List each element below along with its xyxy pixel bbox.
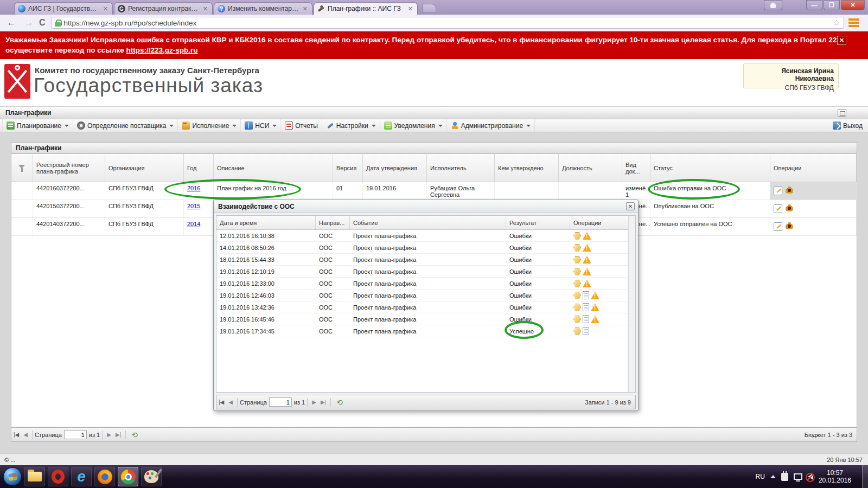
doc-icon[interactable] <box>583 327 589 335</box>
menu-hamburger-icon[interactable] <box>848 18 859 27</box>
page-last-icon[interactable]: ▶| <box>116 432 121 438</box>
page-first-icon[interactable]: |◀ <box>14 432 19 438</box>
table-row[interactable]: 12.01.2016 16:10:38 ООС Проект плана-гра… <box>216 230 635 242</box>
doc-edit-icon[interactable] <box>774 187 782 195</box>
banner-close-icon[interactable]: ✕ <box>837 36 846 45</box>
cube-icon[interactable] <box>573 280 581 287</box>
tab-close-icon[interactable]: ✕ <box>407 5 414 12</box>
refresh-grid-icon[interactable]: ⟲ <box>131 431 138 439</box>
taskbar-opera[interactable] <box>48 467 68 486</box>
refresh-icon[interactable]: C <box>39 18 46 28</box>
doc-edit-icon[interactable] <box>774 204 782 213</box>
power-plug-icon[interactable] <box>781 473 788 481</box>
dialog-title-bar[interactable]: Взаимодействие с ООС ✕ <box>214 200 638 213</box>
column-header[interactable]: Должность <box>559 154 622 182</box>
menu-administration[interactable]: Администрирование <box>447 119 535 132</box>
tab-close-icon[interactable]: ✕ <box>202 5 209 12</box>
banner-link[interactable]: https://223.gz-spb.ru <box>126 46 197 54</box>
eagle-icon[interactable] <box>785 222 794 231</box>
cube-icon[interactable] <box>573 304 581 311</box>
table-row[interactable]: 19.01.2016 17:34:45 ООС Проект плана-гра… <box>216 325 635 337</box>
cube-icon[interactable] <box>573 268 581 275</box>
bookmark-star-icon[interactable]: ☆ <box>833 18 840 28</box>
menu-planning[interactable]: Планирование <box>2 119 73 132</box>
tab-close-icon[interactable]: ✕ <box>302 5 309 12</box>
start-button[interactable] <box>3 467 22 486</box>
page-input[interactable] <box>269 397 292 407</box>
warning-icon[interactable] <box>591 292 599 299</box>
warning-icon[interactable] <box>583 268 591 275</box>
column-header[interactable]: Реестровый номер плана-графика <box>33 154 105 182</box>
menu-reports[interactable]: Отчеты <box>281 119 322 132</box>
tab-close-icon[interactable]: ✕ <box>102 5 109 12</box>
table-row[interactable]: 19.01.2016 12:33:00 ООС Проект плана-гра… <box>216 278 635 290</box>
page-input[interactable] <box>64 430 87 439</box>
table-row[interactable]: 19.01.2016 13:42:36 ООС Проект плана-гра… <box>216 301 635 313</box>
cube-icon[interactable] <box>573 316 581 323</box>
column-header[interactable]: Исполнитель <box>427 154 495 182</box>
warning-icon[interactable] <box>591 316 599 323</box>
page-prev-icon[interactable]: ◀ <box>23 432 28 438</box>
doc-edit-icon[interactable] <box>774 222 782 231</box>
menu-supplier-determination[interactable]: Определение поставщика <box>73 119 178 132</box>
warning-icon[interactable] <box>583 232 591 240</box>
url-bar[interactable]: https://new.gz-spb.ru/#po/schedule/index… <box>51 17 844 29</box>
column-header[interactable]: Организация <box>105 154 184 182</box>
new-tab-button[interactable] <box>422 4 436 13</box>
menu-settings[interactable]: Настройки <box>322 119 380 132</box>
page-last-icon[interactable]: ▶| <box>321 399 326 405</box>
scrollbar[interactable] <box>628 216 635 392</box>
table-row[interactable]: 14.01.2016 08:50:26 ООС Проект плана-гра… <box>216 242 635 254</box>
panel-restore-icon[interactable] <box>838 109 846 117</box>
table-row[interactable]: 18.01.2016 15:44:33 ООС Проект плана-гра… <box>216 254 635 266</box>
column-header[interactable]: Описание <box>214 154 333 182</box>
page-next-icon[interactable]: ▶ <box>312 399 316 405</box>
cube-icon[interactable] <box>573 256 581 264</box>
refresh-grid-icon[interactable]: ⟲ <box>336 398 343 407</box>
taskbar-chrome[interactable] <box>118 467 138 486</box>
column-header[interactable]: Год <box>184 154 214 182</box>
warning-icon[interactable] <box>583 256 591 264</box>
column-header[interactable]: Операции <box>570 216 635 229</box>
taskbar-explorer[interactable] <box>24 467 45 486</box>
show-desktop-button[interactable] <box>862 465 868 488</box>
doc-icon[interactable] <box>583 315 589 323</box>
filter-column-header[interactable] <box>11 154 33 182</box>
table-row[interactable]: 19.01.2016 12:46:03 ООС Проект плана-гра… <box>216 290 635 301</box>
tray-expand-icon[interactable] <box>770 475 776 478</box>
column-header[interactable]: Дата утверждения <box>363 154 427 182</box>
eagle-icon[interactable] <box>785 204 794 213</box>
taskbar-paint[interactable] <box>141 467 162 486</box>
back-icon[interactable]: ← <box>5 17 17 28</box>
cube-icon[interactable] <box>573 244 581 252</box>
column-header[interactable]: Операции <box>770 154 857 182</box>
year-link[interactable]: 2015 <box>187 203 200 209</box>
close-button[interactable]: ✕ <box>841 0 865 10</box>
restore-button[interactable]: ❐ <box>824 0 840 10</box>
page-prev-icon[interactable]: ◀ <box>228 399 233 405</box>
column-header[interactable]: Дата и время <box>216 216 316 229</box>
column-header[interactable]: Вид док... <box>622 154 650 182</box>
table-row[interactable]: 19.01.2016 16:45:46 ООС Проект плана-гра… <box>216 313 635 325</box>
doc-icon[interactable] <box>583 291 589 299</box>
browser-tab-2[interactable]: G Регистрация контракта | ✕ <box>114 2 213 15</box>
column-header[interactable]: Направ... <box>316 216 350 229</box>
menu-nsi[interactable]: НСИ <box>241 119 281 132</box>
menu-execution[interactable]: Исполнение <box>178 119 241 132</box>
cube-icon[interactable] <box>573 232 581 240</box>
profile-button[interactable] <box>764 0 782 10</box>
taskbar-firefox[interactable] <box>94 467 115 486</box>
url-text[interactable]: https://new.gz-spb.ru/#po/schedule/index <box>64 19 830 27</box>
warning-icon[interactable] <box>583 280 591 287</box>
forward-icon[interactable]: → <box>23 17 35 28</box>
taskbar-clock[interactable]: 10:57 20.01.2016 <box>819 469 851 484</box>
column-header[interactable]: Версия <box>333 154 363 182</box>
cube-icon[interactable] <box>573 292 581 299</box>
page-first-icon[interactable]: |◀ <box>219 399 224 405</box>
column-header[interactable]: Статус <box>650 154 770 182</box>
page-next-icon[interactable]: ▶ <box>107 432 111 438</box>
cube-icon[interactable] <box>573 328 581 335</box>
logout-button[interactable]: Выход <box>833 121 868 130</box>
warning-icon[interactable] <box>583 244 591 252</box>
column-header[interactable]: Событие <box>350 216 506 229</box>
